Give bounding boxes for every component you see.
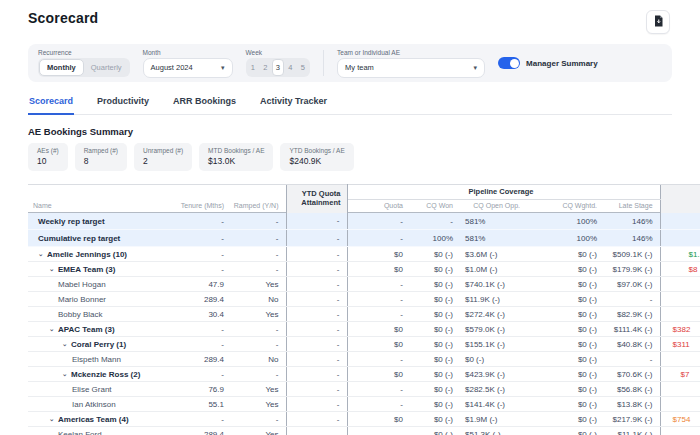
cell-ramped: - <box>231 262 286 277</box>
cell-clipped-metric <box>660 427 700 435</box>
cell-clipped-metric <box>660 307 700 322</box>
clipped-metric-value: $1. <box>689 247 700 261</box>
row-name: Coral Perry (1) <box>71 340 126 349</box>
row-name: Bobby Black <box>58 310 102 319</box>
table-row: ⌄Amelie Jennings (10)---$0$0 (-)$3.6M (-… <box>28 247 700 262</box>
expand-caret-icon[interactable]: ⌄ <box>49 326 58 333</box>
cell-cq-wghtd: $0 (-) <box>527 352 604 367</box>
cell-ramped: Yes <box>231 277 286 292</box>
cell-tenure: - <box>176 337 231 352</box>
cell-quota: $0 <box>347 337 410 352</box>
cell-late-stage: 146% <box>604 230 660 247</box>
cell-late-stage: $11.1K (-) <box>604 427 660 435</box>
recurrence-label: Recurrence <box>38 49 130 56</box>
table-group-header-row: YTD Quota Attainment Pipeline Coverage <box>28 185 700 200</box>
manager-summary-toggle[interactable] <box>498 57 520 69</box>
cell-cq-wghtd: $0 (-) <box>527 307 604 322</box>
col-tenure: Tenure (Mths) <box>176 200 231 213</box>
export-button[interactable] <box>646 10 670 34</box>
cell-ramped: Yes <box>231 307 286 322</box>
week-button-1[interactable]: 1 <box>247 59 260 76</box>
expand-caret-icon[interactable]: ⌄ <box>62 341 71 348</box>
cell-ramped: - <box>231 337 286 352</box>
tab-productivity[interactable]: Productivity <box>96 91 150 114</box>
cell-cq-open-opp: $1.9M (-) <box>460 412 527 427</box>
top-bar: Scorecard <box>0 0 700 38</box>
row-name: Mario Bonner <box>58 295 106 304</box>
chevron-down-icon: ▾ <box>221 64 225 72</box>
col-name: Name <box>28 200 176 213</box>
manager-summary-label: Manager Summary <box>526 59 598 68</box>
cell-clipped-metric: $1. <box>660 247 700 262</box>
recurrence-filter: Recurrence MonthlyQuarterly <box>38 49 130 77</box>
cell-cq-wghtd: $0 (-) <box>527 262 604 277</box>
expand-caret-icon[interactable]: ⌄ <box>38 251 47 258</box>
cell-clipped-metric: $7 <box>660 367 700 382</box>
cell-late-stage: - <box>604 292 660 307</box>
cell-cq-open-opp: $740.1K (-) <box>460 277 527 292</box>
cell-ytd: - <box>286 262 347 277</box>
cell-cq-wghtd: $0 (-) <box>527 292 604 307</box>
week-button-4[interactable]: 4 <box>284 59 297 76</box>
clipped-metric-value: $8 <box>689 262 698 276</box>
cell-cq-wghtd: $0 (-) <box>527 277 604 292</box>
cell-tenure: 47.9 <box>176 277 231 292</box>
ytd-quota-attainment-header: YTD Quota Attainment <box>286 185 347 213</box>
tab-scorecard[interactable]: Scorecard <box>28 91 74 115</box>
col-ramped: Ramped (Y/N) <box>231 200 286 213</box>
cell-quota: - <box>347 427 410 435</box>
recurrence-option-quarterly[interactable]: Quarterly <box>84 59 129 76</box>
table-header-row: Name Tenure (Mths) Ramped (Y/N) Quota CQ… <box>28 200 700 213</box>
cell-ytd: - <box>286 382 347 397</box>
cell-tenure: 289.4 <box>176 292 231 307</box>
cell-cq-open-opp: $579.0K (-) <box>460 322 527 337</box>
cell-ramped: - <box>231 412 286 427</box>
row-name: Weekly rep target <box>38 217 105 226</box>
table-row: Weekly rep target-----581%100%146% <box>28 213 700 230</box>
expand-caret-icon[interactable]: ⌄ <box>49 266 58 273</box>
expand-caret-icon[interactable]: ⌄ <box>62 371 71 378</box>
month-select[interactable]: August 2024 ▾ <box>143 58 233 78</box>
cell-clipped-metric: $311 <box>660 337 700 352</box>
tab-arr-bookings[interactable]: ARR Bookings <box>172 91 237 114</box>
cell-late-stage: $111.4K (-) <box>604 322 660 337</box>
week-button-5[interactable]: 5 <box>297 59 310 76</box>
cell-ytd: - <box>286 352 347 367</box>
cell-cq-won: $0 (-) <box>410 277 460 292</box>
team-select[interactable]: My team ▾ <box>337 58 485 78</box>
clipped-metric-value: $311 <box>673 337 690 351</box>
card-value: 10 <box>37 156 59 166</box>
cell-cq-won: 100% <box>410 230 460 247</box>
team-label: Team or Individual AE <box>337 49 485 56</box>
cell-ytd: - <box>286 292 347 307</box>
cell-ytd: - <box>286 247 347 262</box>
table-row: ⌄Mckenzie Ross (2)---$0$0 (-)$423.9K (-)… <box>28 367 700 382</box>
summary-card: MTD Bookings / AE$13.0K <box>199 143 273 171</box>
week-button-3[interactable]: 3 <box>272 59 285 76</box>
table-row: ⌄APAC Team (3)---$0$0 (-)$579.0K (-)$0 (… <box>28 322 700 337</box>
cell-ramped: No <box>231 352 286 367</box>
card-label: YTD Bookings / AE <box>289 147 344 154</box>
card-label: Unramped (#) <box>143 147 183 154</box>
row-name: Mckenzie Ross (2) <box>71 370 140 379</box>
recurrence-option-monthly[interactable]: Monthly <box>39 59 84 76</box>
expand-caret-icon[interactable]: ⌄ <box>49 416 58 423</box>
tab-activity-tracker[interactable]: Activity Tracker <box>259 91 328 114</box>
cell-cq-won: $0 (-) <box>410 262 460 277</box>
week-label: Week <box>246 49 311 56</box>
week-button-2[interactable]: 2 <box>259 59 272 76</box>
table-row: Ian Atkinson55.1Yes--$0 (-)$141.4K (-)$0… <box>28 397 700 412</box>
tab-bar: ScorecardProductivityARR BookingsActivit… <box>28 91 672 115</box>
cell-ramped: - <box>231 230 286 247</box>
cell-ytd: - <box>286 277 347 292</box>
cell-cq-open-opp: $423.9K (-) <box>460 367 527 382</box>
cell-cq-won: - <box>410 213 460 230</box>
cell-clipped-metric: $382 <box>660 322 700 337</box>
cell-quota: - <box>347 277 410 292</box>
recurrence-segmented-control: MonthlyQuarterly <box>38 58 130 77</box>
col-cq-wghtd: CQ Wghtd. <box>527 200 604 213</box>
cell-clipped-metric <box>660 382 700 397</box>
scorecard-page: Scorecard Recurrence MonthlyQuarterly Mo… <box>0 0 700 435</box>
card-value: 2 <box>143 156 183 166</box>
cell-cq-wghtd: $0 (-) <box>527 322 604 337</box>
